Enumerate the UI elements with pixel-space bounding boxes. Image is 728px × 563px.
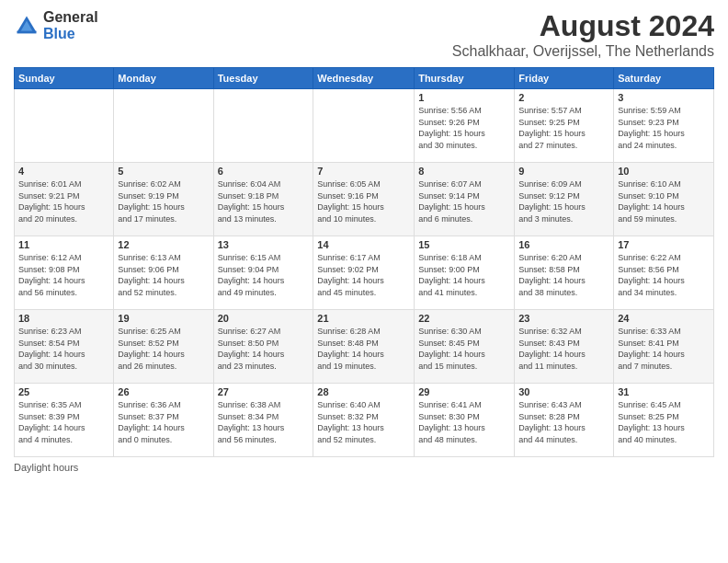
day-info: Sunrise: 6:15 AM Sunset: 9:04 PM Dayligh… — [218, 252, 310, 298]
logo-blue-text: Blue — [43, 26, 98, 42]
calendar-cell: 18Sunrise: 6:23 AM Sunset: 8:54 PM Dayli… — [15, 310, 114, 384]
calendar-cell: 29Sunrise: 6:41 AM Sunset: 8:30 PM Dayli… — [415, 384, 515, 457]
calendar-cell: 12Sunrise: 6:13 AM Sunset: 9:06 PM Dayli… — [114, 236, 213, 310]
logo-text: General Blue — [43, 9, 98, 42]
day-info: Sunrise: 6:40 AM Sunset: 8:32 PM Dayligh… — [317, 399, 410, 445]
day-info: Sunrise: 6:33 AM Sunset: 8:41 PM Dayligh… — [618, 326, 710, 372]
day-info: Sunrise: 6:10 AM Sunset: 9:10 PM Dayligh… — [618, 178, 710, 224]
day-info: Sunrise: 6:13 AM Sunset: 9:06 PM Dayligh… — [118, 252, 209, 298]
day-info: Sunrise: 6:36 AM Sunset: 8:37 PM Dayligh… — [118, 399, 209, 445]
header-monday: Monday — [114, 68, 213, 89]
calendar-cell: 14Sunrise: 6:17 AM Sunset: 9:02 PM Dayli… — [313, 236, 415, 310]
day-number: 3 — [618, 92, 710, 103]
day-info: Sunrise: 6:45 AM Sunset: 8:25 PM Dayligh… — [618, 399, 710, 445]
logo: General Blue — [14, 9, 98, 42]
svg-rect-2 — [17, 31, 37, 34]
calendar-cell: 26Sunrise: 6:36 AM Sunset: 8:37 PM Dayli… — [114, 384, 213, 457]
day-number: 14 — [317, 239, 410, 250]
day-info: Sunrise: 6:23 AM Sunset: 8:54 PM Dayligh… — [18, 326, 109, 372]
day-number: 31 — [618, 386, 710, 397]
calendar-cell: 31Sunrise: 6:45 AM Sunset: 8:25 PM Dayli… — [614, 384, 714, 457]
day-number: 26 — [118, 386, 209, 397]
calendar: Sunday Monday Tuesday Wednesday Thursday… — [14, 67, 714, 457]
day-number: 30 — [518, 386, 609, 397]
calendar-cell: 2Sunrise: 5:57 AM Sunset: 9:25 PM Daylig… — [515, 89, 614, 163]
day-number: 20 — [218, 313, 310, 324]
day-number: 10 — [618, 166, 710, 177]
logo-icon — [14, 13, 40, 39]
day-number: 8 — [418, 166, 510, 177]
calendar-cell — [114, 89, 213, 163]
calendar-cell: 11Sunrise: 6:12 AM Sunset: 9:08 PM Dayli… — [15, 236, 114, 310]
day-info: Sunrise: 6:30 AM Sunset: 8:45 PM Dayligh… — [418, 326, 510, 372]
main-title: August 2024 — [452, 9, 714, 43]
calendar-cell: 8Sunrise: 6:07 AM Sunset: 9:14 PM Daylig… — [415, 163, 515, 236]
day-number: 16 — [518, 239, 609, 250]
calendar-cell: 27Sunrise: 6:38 AM Sunset: 8:34 PM Dayli… — [213, 384, 313, 457]
day-info: Sunrise: 6:05 AM Sunset: 9:16 PM Dayligh… — [317, 178, 410, 224]
header: General Blue August 2024 Schalkhaar, Ove… — [14, 9, 714, 60]
day-number: 12 — [118, 239, 209, 250]
day-info: Sunrise: 6:09 AM Sunset: 9:12 PM Dayligh… — [518, 178, 609, 224]
day-number: 7 — [317, 166, 410, 177]
calendar-cell: 16Sunrise: 6:20 AM Sunset: 8:58 PM Dayli… — [515, 236, 614, 310]
week-row-4: 18Sunrise: 6:23 AM Sunset: 8:54 PM Dayli… — [15, 310, 714, 384]
calendar-cell — [313, 89, 415, 163]
day-number: 11 — [18, 239, 109, 250]
weekday-header-row: Sunday Monday Tuesday Wednesday Thursday… — [15, 68, 714, 89]
calendar-cell: 28Sunrise: 6:40 AM Sunset: 8:32 PM Dayli… — [313, 384, 415, 457]
day-number: 24 — [618, 313, 710, 324]
daylight-label: Daylight hours — [14, 462, 78, 473]
day-number: 15 — [418, 239, 510, 250]
day-number: 21 — [317, 313, 410, 324]
calendar-cell: 30Sunrise: 6:43 AM Sunset: 8:28 PM Dayli… — [515, 384, 614, 457]
day-number: 27 — [218, 386, 310, 397]
day-number: 17 — [618, 239, 710, 250]
logo-general-text: General — [43, 9, 98, 26]
calendar-cell: 13Sunrise: 6:15 AM Sunset: 9:04 PM Dayli… — [213, 236, 313, 310]
day-info: Sunrise: 6:01 AM Sunset: 9:21 PM Dayligh… — [18, 178, 109, 224]
day-info: Sunrise: 6:07 AM Sunset: 9:14 PM Dayligh… — [418, 178, 510, 224]
subtitle: Schalkhaar, Overijssel, The Netherlands — [452, 43, 714, 60]
day-info: Sunrise: 6:12 AM Sunset: 9:08 PM Dayligh… — [18, 252, 109, 298]
calendar-cell: 5Sunrise: 6:02 AM Sunset: 9:19 PM Daylig… — [114, 163, 213, 236]
day-info: Sunrise: 6:32 AM Sunset: 8:43 PM Dayligh… — [518, 326, 609, 372]
calendar-cell: 10Sunrise: 6:10 AM Sunset: 9:10 PM Dayli… — [614, 163, 714, 236]
day-number: 19 — [118, 313, 209, 324]
week-row-3: 11Sunrise: 6:12 AM Sunset: 9:08 PM Dayli… — [15, 236, 714, 310]
day-info: Sunrise: 6:22 AM Sunset: 8:56 PM Dayligh… — [618, 252, 710, 298]
day-number: 22 — [418, 313, 510, 324]
day-number: 28 — [317, 386, 410, 397]
day-info: Sunrise: 5:59 AM Sunset: 9:23 PM Dayligh… — [618, 105, 710, 151]
day-info: Sunrise: 5:56 AM Sunset: 9:26 PM Dayligh… — [418, 105, 510, 151]
day-info: Sunrise: 6:38 AM Sunset: 8:34 PM Dayligh… — [218, 399, 310, 445]
day-number: 29 — [418, 386, 510, 397]
day-number: 4 — [18, 166, 109, 177]
footer: Daylight hours — [14, 462, 714, 473]
calendar-cell: 4Sunrise: 6:01 AM Sunset: 9:21 PM Daylig… — [15, 163, 114, 236]
day-number: 5 — [118, 166, 209, 177]
calendar-cell: 3Sunrise: 5:59 AM Sunset: 9:23 PM Daylig… — [614, 89, 714, 163]
week-row-1: 1Sunrise: 5:56 AM Sunset: 9:26 PM Daylig… — [15, 89, 714, 163]
calendar-cell — [15, 89, 114, 163]
calendar-cell: 9Sunrise: 6:09 AM Sunset: 9:12 PM Daylig… — [515, 163, 614, 236]
day-info: Sunrise: 6:20 AM Sunset: 8:58 PM Dayligh… — [518, 252, 609, 298]
header-tuesday: Tuesday — [213, 68, 313, 89]
calendar-cell: 19Sunrise: 6:25 AM Sunset: 8:52 PM Dayli… — [114, 310, 213, 384]
day-number: 9 — [518, 166, 609, 177]
day-info: Sunrise: 6:41 AM Sunset: 8:30 PM Dayligh… — [418, 399, 510, 445]
week-row-2: 4Sunrise: 6:01 AM Sunset: 9:21 PM Daylig… — [15, 163, 714, 236]
day-number: 6 — [218, 166, 310, 177]
calendar-cell: 6Sunrise: 6:04 AM Sunset: 9:18 PM Daylig… — [213, 163, 313, 236]
calendar-cell: 7Sunrise: 6:05 AM Sunset: 9:16 PM Daylig… — [313, 163, 415, 236]
day-number: 23 — [518, 313, 609, 324]
page: General Blue August 2024 Schalkhaar, Ove… — [0, 0, 728, 563]
week-row-5: 25Sunrise: 6:35 AM Sunset: 8:39 PM Dayli… — [15, 384, 714, 457]
calendar-cell: 1Sunrise: 5:56 AM Sunset: 9:26 PM Daylig… — [415, 89, 515, 163]
calendar-cell: 23Sunrise: 6:32 AM Sunset: 8:43 PM Dayli… — [515, 310, 614, 384]
day-info: Sunrise: 6:27 AM Sunset: 8:50 PM Dayligh… — [218, 326, 310, 372]
calendar-cell — [213, 89, 313, 163]
calendar-cell: 24Sunrise: 6:33 AM Sunset: 8:41 PM Dayli… — [614, 310, 714, 384]
day-info: Sunrise: 6:28 AM Sunset: 8:48 PM Dayligh… — [317, 326, 410, 372]
header-sunday: Sunday — [15, 68, 114, 89]
